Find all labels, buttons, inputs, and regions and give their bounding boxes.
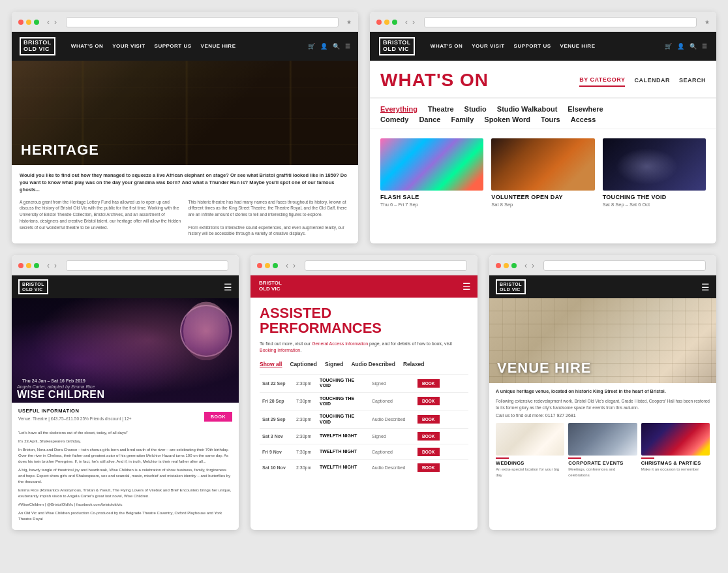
wise-children-window: ‹ › BRISTOLOLD VIC ☰ Thu 24 Jan – Sat 16… <box>12 255 239 530</box>
menu-icon-2[interactable]: ☰ <box>702 43 707 50</box>
venue-card-corporate[interactable]: CORPORATE EVENTS Meetings, conferences a… <box>568 423 637 478</box>
venue-card-xmas[interactable]: CHRISTMAS & PARTIES Make it an occasion … <box>641 423 710 478</box>
dot-r-5[interactable] <box>496 263 501 268</box>
cat-comedy[interactable]: Comedy <box>380 116 408 123</box>
dot-red[interactable] <box>18 20 23 25</box>
menu-icon[interactable]: ☰ <box>345 43 350 50</box>
event-card-void[interactable]: TOUCHING THE VOID Sat 8 Sep – Sat 6 Oct <box>603 138 706 208</box>
nav-support[interactable]: SUPPORT US <box>155 43 192 49</box>
url-bar[interactable] <box>66 17 339 27</box>
filter-relaxed[interactable]: Relaxed <box>403 361 425 367</box>
back-button[interactable]: ‹ <box>46 18 51 27</box>
dot-y-3[interactable] <box>26 263 31 268</box>
nav-your-visit[interactable]: YOUR VISIT <box>112 43 145 49</box>
venue-logo[interactable]: BRISTOLOLD VIC <box>496 279 526 294</box>
cat-dance[interactable]: Dance <box>419 116 440 123</box>
cat-everything[interactable]: Everything <box>380 105 417 113</box>
perf-book-button[interactable]: BOOK <box>417 463 440 472</box>
dot-g-5[interactable] <box>511 263 517 268</box>
browser-star-2[interactable]: ★ <box>705 19 710 25</box>
back-button-2[interactable]: ‹ <box>404 18 409 27</box>
cat-theatre[interactable]: Theatre <box>428 105 454 113</box>
corporate-sub: Meetings, conferences and celebrations <box>568 467 637 478</box>
tab-search[interactable]: SEARCH <box>679 74 706 86</box>
dot-y-5[interactable] <box>504 263 509 268</box>
filter-audio[interactable]: Audio Described <box>351 361 395 367</box>
user-icon-2[interactable]: 👤 <box>677 43 684 50</box>
filter-signed[interactable]: Signed <box>325 361 343 367</box>
dot-yellow-2[interactable] <box>384 20 389 25</box>
bristol-logo-whatson[interactable]: BRISTOLOLD VIC <box>379 37 415 55</box>
browser-chrome-whatson: ‹ › ★ <box>370 12 716 32</box>
heritage-hero: HERITAGE <box>12 61 358 165</box>
cat-access[interactable]: Access <box>571 116 596 123</box>
search-icon[interactable]: 🔍 <box>333 43 340 50</box>
back-3[interactable]: ‹ <box>46 261 51 270</box>
perf-book-button[interactable]: BOOK <box>417 415 440 424</box>
cat-tours[interactable]: Tours <box>541 116 560 123</box>
perf-book-button[interactable]: BOOK <box>417 379 440 388</box>
whatson-nav-3[interactable]: SUPPORT US <box>514 43 551 49</box>
dot-yellow[interactable] <box>26 20 31 25</box>
tab-calendar[interactable]: CALENDAR <box>634 74 670 86</box>
cat-elsewhere[interactable]: Elsewhere <box>568 105 603 113</box>
forward-4[interactable]: › <box>292 261 297 270</box>
forward-5[interactable]: › <box>530 261 536 270</box>
forward-3[interactable]: › <box>53 261 58 270</box>
hamburger-icon[interactable]: ☰ <box>224 282 232 292</box>
general-access-link[interactable]: General Access Information <box>312 341 368 346</box>
cart-icon-2[interactable]: 🛒 <box>665 43 672 50</box>
hamburger-icon-assisted[interactable]: ☰ <box>463 281 471 292</box>
cat-spoken-word[interactable]: Spoken Word <box>484 116 530 123</box>
event-card-flash[interactable]: FLASH SALE Thu 6 – Fri 7 Sep <box>380 138 483 208</box>
dot-r-4[interactable] <box>257 263 262 268</box>
hamburger-icon-venue[interactable]: ☰ <box>701 282 710 292</box>
whatson-nav-1[interactable]: WHAT'S ON <box>431 43 463 49</box>
dot-green[interactable] <box>34 20 39 25</box>
wise-section-title: USEFUL INFORMATION <box>18 408 132 414</box>
forward-button[interactable]: › <box>53 18 58 27</box>
dot-r-3[interactable] <box>18 263 23 268</box>
wise-book-button[interactable]: BOOK <box>204 412 232 422</box>
perf-book-cell: BOOK <box>415 460 468 476</box>
event-card-volunteer[interactable]: VOLUNTEER OPEN DAY Sat 8 Sep <box>491 138 594 208</box>
filter-captioned[interactable]: Captioned <box>290 361 317 367</box>
dot-green-2[interactable] <box>392 20 397 25</box>
forward-button-2[interactable]: › <box>411 18 416 27</box>
dot-g-4[interactable] <box>273 263 278 268</box>
cat-family[interactable]: Family <box>451 116 474 123</box>
dot-red-2[interactable] <box>376 20 382 25</box>
booking-info-link[interactable]: Booking Information <box>260 348 300 352</box>
nav-whats-on[interactable]: WHAT'S ON <box>71 43 103 49</box>
perf-show-title: TWELFTH NIGHT <box>317 429 369 444</box>
perf-book-button[interactable]: BOOK <box>417 432 440 441</box>
dot-g-3[interactable] <box>34 263 39 268</box>
url-bar-5[interactable] <box>543 260 706 271</box>
perf-book-button[interactable]: BOOK <box>417 448 440 456</box>
cat-studio[interactable]: Studio <box>464 105 487 113</box>
event-title-flash: FLASH SALE <box>380 194 483 200</box>
xmas-image <box>641 423 710 456</box>
nav-venue-hire[interactable]: VENUE HIRE <box>201 43 236 49</box>
tab-by-category[interactable]: BY CATEGORY <box>579 74 625 87</box>
weddings-divider <box>496 457 509 459</box>
browser-star[interactable]: ★ <box>346 19 352 25</box>
perf-book-button[interactable]: BOOK <box>417 397 440 405</box>
back-4[interactable]: ‹ <box>284 261 290 270</box>
url-bar-2[interactable] <box>424 17 697 27</box>
venue-card-weddings[interactable]: WEDDINGS An extra-special location for y… <box>496 423 564 478</box>
dot-y-4[interactable] <box>265 263 270 268</box>
cart-icon[interactable]: 🛒 <box>308 43 315 50</box>
user-icon[interactable]: 👤 <box>320 43 327 50</box>
url-bar-4[interactable] <box>305 260 467 271</box>
search-icon-2[interactable]: 🔍 <box>690 43 697 50</box>
back-5[interactable]: ‹ <box>523 261 528 270</box>
whatson-nav-2[interactable]: YOUR VISIT <box>472 43 504 49</box>
url-bar-3[interactable] <box>66 260 228 271</box>
assisted-logo[interactable]: BRISTOLOLD VIC <box>257 279 284 294</box>
whatson-nav-4[interactable]: VENUE HIRE <box>560 43 596 49</box>
wise-logo[interactable]: BRISTOLOLD VIC <box>18 279 48 294</box>
filter-show-all[interactable]: Show all <box>260 361 282 367</box>
bristol-oldvic-logo[interactable]: BRISTOLOLD VIC <box>20 37 55 55</box>
cat-studio-walkabout[interactable]: Studio Walkabout <box>497 105 557 113</box>
